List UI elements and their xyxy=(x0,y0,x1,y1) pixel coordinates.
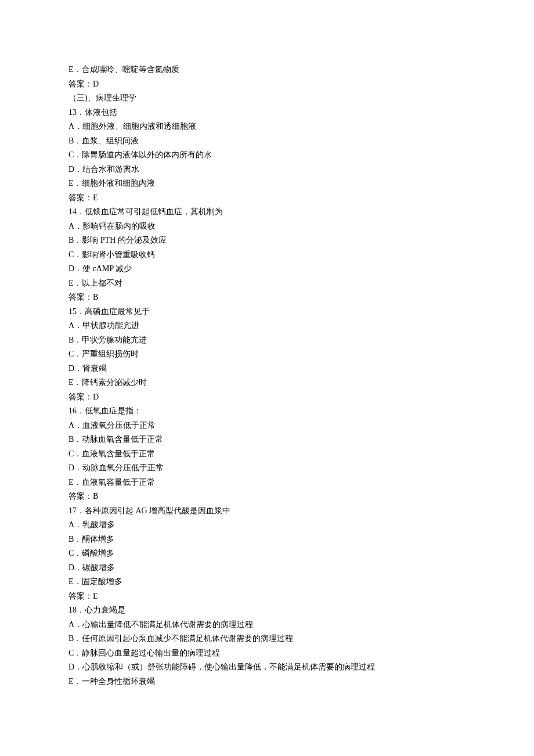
question-stem: 13．体液包括 xyxy=(68,106,466,120)
option-line: A．乳酸增多 xyxy=(68,518,466,532)
option-line: D．使 cAMP 减少 xyxy=(68,262,466,276)
text-line: E．合成嘌呤、嘧啶等含氮物质 xyxy=(68,63,466,77)
answer-line: 答案：B xyxy=(68,489,466,504)
option-line: C．影响肾小管重吸收钙 xyxy=(68,248,466,262)
option-line: E．细胞外液和细胞内液 xyxy=(68,177,466,191)
option-line: B．血浆、组织间液 xyxy=(68,134,466,149)
option-line: E．血液氧容量低于正常 xyxy=(68,476,466,490)
answer-line: 答案：B xyxy=(68,290,466,305)
option-line: C．血液氧含量低于正常 xyxy=(68,447,466,462)
option-line: B．酮体增多 xyxy=(68,532,466,547)
option-line: C．除胃肠道内液体以外的体内所有的水 xyxy=(68,148,466,163)
section-heading: （三)、病理生理学 xyxy=(68,91,466,106)
option-line: A．影响钙在肠内的吸收 xyxy=(68,219,466,234)
option-line: D．碳酸增多 xyxy=(68,561,466,575)
option-line: D．动脉血氧分压低于正常 xyxy=(68,461,466,476)
option-line: A．心输出量降低不能满足机体代谢需要的病理过程 xyxy=(68,618,466,632)
question-stem: 14．低镁血症常可引起低钙血症，其机制为 xyxy=(68,205,466,219)
option-line: A．甲状腺功能亢进 xyxy=(68,319,466,333)
option-line: E．固定酸增多 xyxy=(68,575,466,589)
document-page: E．合成嘌呤、嘧啶等含氮物质 答案：D （三)、病理生理学 13．体液包括 A．… xyxy=(0,0,534,723)
answer-line: 答案：D xyxy=(68,390,466,405)
option-line: E．一种全身性循环衰竭 xyxy=(68,675,466,689)
answer-line: 答案：E xyxy=(68,589,466,604)
question-stem: 15．高磷血症最常见于 xyxy=(68,305,466,319)
option-line: B．任何原因引起心泵血减少不能满足机体代谢需要的病理过程 xyxy=(68,632,466,646)
option-line: C．静脉回心血量超过心输出量的病理过程 xyxy=(68,646,466,661)
option-line: C．磷酸增多 xyxy=(68,546,466,561)
option-line: B．动脉血氧含量低于正常 xyxy=(68,433,466,447)
option-line: D．结合水和游离水 xyxy=(68,163,466,177)
answer-line: 答案：E xyxy=(68,191,466,206)
option-line: A．血液氧分压低于正常 xyxy=(68,419,466,433)
option-line: D．肾衰竭 xyxy=(68,362,466,376)
option-line: D．心肌收缩和（或）舒张功能障碍，使心输出量降低，不能满足机体需要的病理过程 xyxy=(68,660,466,675)
option-line: E．降钙素分泌减少时 xyxy=(68,376,466,390)
option-line: E．以上都不对 xyxy=(68,276,466,291)
question-stem: 16．低氧血症是指： xyxy=(68,404,466,419)
option-line: C．严重组织损伤时 xyxy=(68,347,466,362)
option-line: A．细胞外液、细胞内液和透细胞液 xyxy=(68,120,466,134)
question-stem: 18．心力衰竭是 xyxy=(68,603,466,618)
question-stem: 17．各种原因引起 AG 增高型代酸是因血浆中 xyxy=(68,504,466,519)
option-line: B．甲状旁腺功能亢进 xyxy=(68,333,466,348)
option-line: B．影响 PTH 的分泌及效应 xyxy=(68,233,466,248)
answer-line: 答案：D xyxy=(68,77,466,92)
